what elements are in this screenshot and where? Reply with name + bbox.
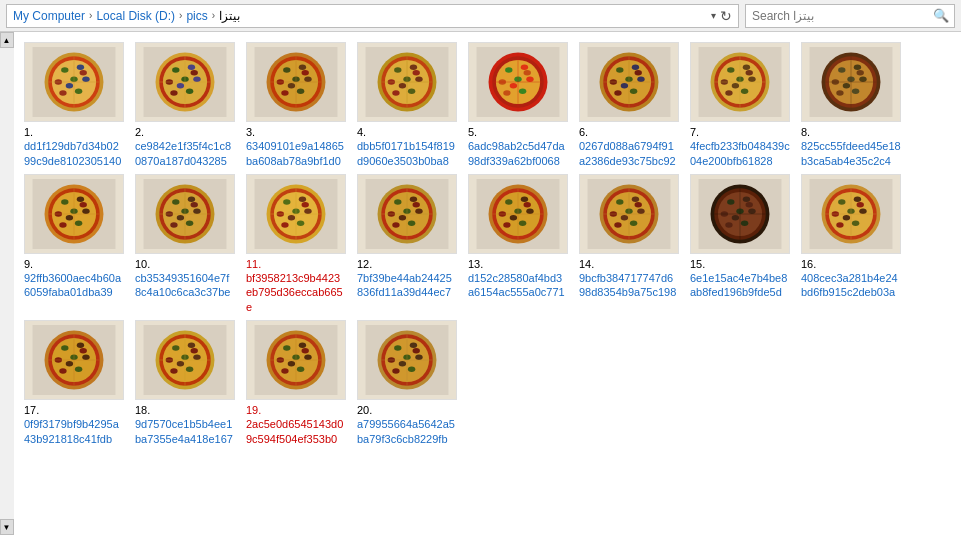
thumbnail-image [357,42,457,122]
svg-point-197 [408,220,415,226]
list-item[interactable]: 10.cb35349351604e7f8c4a10c6ca3c37be [135,174,240,314]
svg-point-94 [614,90,621,96]
svg-point-317 [288,361,295,367]
svg-point-46 [302,70,309,76]
address-bar[interactable]: My Computer › Local Disk (D:) › pics › ب… [6,4,739,28]
list-item[interactable]: 6.0267d088a6794f91a2386de93c75bc92 [579,42,684,168]
list-item[interactable]: 7.4fecfb233fb048439c04e200bfb61828 [690,42,795,168]
scroll-down-button[interactable]: ▼ [0,519,14,535]
svg-point-280 [82,355,89,361]
list-item[interactable]: 9.92ffb3600aec4b60a6059faba01dba39 [24,174,129,314]
svg-point-196 [392,222,399,228]
list-item[interactable]: 11.bf3958213c9b4423eb795d36eccab665e [246,174,351,314]
list-item[interactable]: 3.63409101e9a14865ba608ab78a9bf1d0 [246,42,351,168]
svg-point-144 [82,208,89,214]
list-item[interactable]: 19.2ac5e0d6545143d09c594f504ef353b0 [246,320,351,446]
list-item[interactable]: 20.a79955664a5642a5ba79f3c6cb8229fb [357,320,462,446]
breadcrumb-pics[interactable]: pics [186,9,207,23]
breadcrumb-dropdown-button[interactable]: ▾ [711,10,716,21]
svg-point-60 [392,90,399,96]
svg-point-226 [632,196,639,202]
svg-point-214 [519,220,526,226]
breadcrumb-current: بيتزا [219,9,240,23]
svg-point-73 [521,65,528,71]
svg-point-39 [299,65,306,71]
svg-point-318 [302,348,309,354]
search-button[interactable]: 🔍 [928,8,954,23]
svg-point-298 [170,368,177,374]
file-label: 9.92ffb3600aec4b60a6059faba01dba39 [24,257,124,300]
svg-point-163 [186,220,193,226]
svg-point-259 [838,199,845,205]
search-input[interactable] [746,9,928,23]
svg-point-124 [854,65,861,71]
svg-point-29 [191,70,198,76]
scroll-up-button[interactable]: ▲ [0,32,14,48]
file-label: 14.9bcfb384717747d698d8354b9a75c198 [579,257,679,300]
svg-point-299 [186,367,193,373]
svg-point-5 [77,65,84,71]
svg-point-301 [191,348,198,354]
svg-point-95 [630,88,637,94]
left-scrollbar[interactable]: ▲ ▼ [0,32,14,535]
svg-point-22 [188,65,195,71]
list-item[interactable]: 14.9bcfb384717747d698d8354b9a75c198 [579,174,684,314]
list-item[interactable]: 2.ce9842e1f35f4c1c80870a187d043285 [135,42,240,168]
list-item[interactable]: 18.9d7570ce1b5b4ee1ba7355e4a418e167 [135,320,240,446]
svg-point-281 [59,368,66,374]
svg-point-148 [80,202,87,208]
refresh-button[interactable]: ↻ [720,8,732,24]
svg-point-106 [727,67,734,73]
list-item[interactable]: 8.825cc55fdeed45e18b3ca5ab4e35c2c4 [801,42,906,168]
breadcrumb-localdisk[interactable]: Local Disk (D:) [96,9,175,23]
file-label: 1.dd1f129db7d34b0299c9de8102305140 [24,125,124,168]
svg-point-43 [281,90,288,96]
svg-point-147 [66,215,73,221]
search-box[interactable]: 🔍 [745,4,955,28]
svg-point-80 [524,70,531,76]
svg-point-44 [297,88,304,94]
list-item[interactable]: 12.7bf39be44ab24425836fd11a39d44ec7 [357,174,462,314]
svg-point-141 [77,196,84,202]
thumbnail-image [690,174,790,254]
svg-point-215 [510,215,517,221]
svg-point-107 [743,65,750,71]
svg-point-72 [505,67,512,73]
svg-point-248 [741,220,748,226]
svg-point-10 [75,88,82,94]
svg-point-28 [177,83,184,89]
breadcrumb-mycomputer[interactable]: My Computer [13,9,85,23]
list-item[interactable]: 13.d152c28580af4bd3a6154ac555a0c771 [468,174,573,314]
svg-point-260 [854,196,861,202]
svg-point-146 [75,220,82,226]
svg-point-61 [408,88,415,94]
list-item[interactable]: 17.0f9f3179bf9b4295a43b921818c41fdb [24,320,129,446]
file-label: 2.ce9842e1f35f4c1c80870a187d043285 [135,125,235,168]
svg-point-165 [191,202,198,208]
gallery-container: 1.dd1f129db7d34b0299c9de8102305140 2.ce9… [14,32,961,535]
file-label: 6.0267d088a6794f91a2386de93c75bc92 [579,125,679,168]
list-item[interactable]: 15.6e1e15ac4e7b4be8ab8fed196b9fde5d [690,174,795,314]
svg-point-27 [186,88,193,94]
file-label: 15.6e1e15ac4e7b4be8ab8fed196b9fde5d [690,257,790,300]
list-item[interactable]: 4.dbb5f0171b154f819d9060e3503b0ba8 [357,42,462,168]
svg-point-42 [304,76,311,82]
svg-point-114 [746,70,753,76]
list-item[interactable]: 5.6adc98ab2c5d47da98df339a62bf0068 [468,42,573,168]
thumbnail-image [690,42,790,122]
thumbnail-image [246,42,346,122]
svg-point-12 [80,70,87,76]
svg-point-8 [82,76,89,82]
thumbnail-image [468,174,568,254]
svg-point-264 [836,222,843,228]
svg-point-331 [415,355,422,361]
thumbnail-image [357,174,457,254]
svg-point-246 [748,208,755,214]
list-item[interactable]: 16.408cec3a281b4e24bd6fb915c2deb03a [801,174,906,314]
svg-point-112 [741,88,748,94]
list-item[interactable]: 1.dd1f129db7d34b0299c9de8102305140 [24,42,129,168]
file-label: 7.4fecfb233fb048439c04e200bfb61828 [690,125,790,168]
svg-point-62 [399,83,406,89]
svg-point-56 [410,65,417,71]
svg-point-284 [80,348,87,354]
